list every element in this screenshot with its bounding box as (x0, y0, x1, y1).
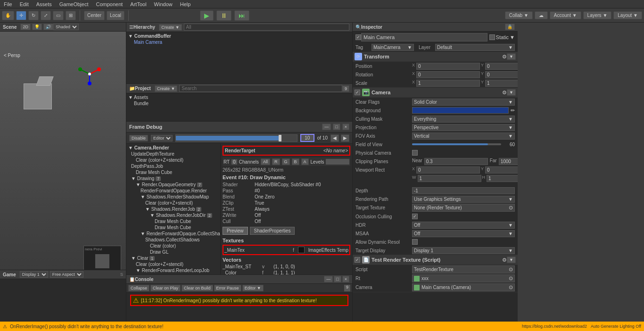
camera-enabled-checkbox[interactable] (355, 90, 360, 95)
fd-tree-renderforward[interactable]: RenderForwardOpaque.Render (126, 188, 220, 194)
culling-mask-dropdown[interactable]: Everything ▼ (412, 116, 515, 123)
camera-header[interactable]: 📷 Camera ⚙ ▼ (353, 88, 518, 98)
tag-dropdown[interactable]: MainCamera ▼ (372, 44, 414, 51)
channel-r[interactable]: R (272, 158, 280, 165)
hierarchy-search[interactable] (184, 24, 349, 31)
channel-g[interactable]: G (282, 158, 290, 165)
physical-camera-checkbox[interactable] (412, 150, 418, 156)
aspect-select[interactable]: Free Aspect (50, 271, 83, 278)
trt-rt-field[interactable]: xxx ⊙ (412, 274, 515, 282)
console-close[interactable]: × (342, 276, 349, 282)
fd-tree-drawmeshcube1[interactable]: Draw Mesh Cube (126, 169, 220, 175)
hand-tool[interactable]: ✋ (2, 11, 14, 20)
fd-next-btn[interactable]: ▶ (341, 134, 349, 142)
console-warning-row[interactable]: ⚠ [11:17:32] OnRenderImage() possibly di… (130, 295, 348, 306)
move-tool[interactable]: ✛ (16, 11, 26, 20)
console-maximize[interactable]: □ (334, 276, 341, 282)
vp-h[interactable] (487, 175, 518, 182)
trt-gear[interactable]: ⚙ (502, 257, 507, 263)
occlusion-checkbox[interactable] (412, 214, 418, 219)
fd-tree-clearstencil[interactable]: Clear (color+Z+stencil) (126, 261, 220, 267)
fd-tree-depthpass[interactable]: DepthPass.Job (126, 163, 220, 169)
fd-tree-clearcolor[interactable]: Clear (color) (126, 243, 220, 249)
fov-slider[interactable] (412, 143, 501, 145)
scale-tool[interactable]: ⤢ (41, 11, 51, 20)
target-texture-field[interactable]: None (Render Texture) ⊙ (412, 204, 515, 212)
collab-button[interactable]: Collab ▼ (505, 11, 533, 19)
static-dropdown[interactable]: ▼ (510, 34, 515, 40)
console-clearbuild-btn[interactable]: Clear on Build (182, 285, 213, 291)
display-select[interactable]: Display 1 (20, 271, 48, 278)
trt-camera-field[interactable]: Main Camera (Camera) ⊙ (412, 283, 515, 291)
menu-file[interactable]: File (0, 1, 16, 7)
local-button[interactable]: Local (107, 11, 124, 20)
levels-slider[interactable] (326, 159, 349, 165)
fd-value-input[interactable] (300, 134, 314, 142)
project-9-btn[interactable]: 9 (342, 85, 349, 92)
vp-x[interactable] (416, 166, 480, 174)
background-edit-icon[interactable]: ✏ (511, 108, 515, 114)
console-collapse-btn[interactable]: Collapse (128, 285, 149, 291)
hdr-dropdown[interactable]: Off ▼ (412, 222, 515, 229)
projection-dropdown[interactable]: Perspective ▼ (412, 124, 515, 131)
fd-tree-opaquegeo[interactable]: ▼ Render.OpaqueGeometry 7 (126, 182, 220, 188)
transform-header[interactable]: ⟳ Transform ⚙ ▼ (353, 52, 518, 62)
menu-assets[interactable]: Assets (33, 1, 56, 7)
project-search[interactable] (179, 85, 342, 92)
msaa-dropdown[interactable]: Off ▼ (412, 230, 515, 237)
fd-tree-shadowjob[interactable]: ▼ Shadows.RenderJob 2 (126, 206, 220, 212)
fd-close[interactable]: × (342, 124, 349, 130)
shader-props-btn[interactable]: ShaderProperties (250, 227, 295, 235)
transform-collapse[interactable]: ▼ (507, 53, 516, 60)
clear-flags-dropdown[interactable]: Solid Color ▼ (412, 99, 515, 106)
trt-header[interactable]: 📄 Test Render Texture (Script) ⚙ ▼ (353, 255, 518, 265)
hierarchy-create-btn[interactable]: Create ▼ (159, 24, 182, 31)
layers-dropdown[interactable]: Layers ▼ (583, 11, 612, 19)
pos-y[interactable] (485, 63, 518, 70)
center-button[interactable]: Center (84, 11, 105, 20)
channel-a[interactable]: A (301, 158, 309, 165)
fov-axis-dropdown[interactable]: Vertical ▼ (412, 132, 515, 140)
trt-script-field[interactable]: TestRenderTexture ⊙ (412, 265, 515, 273)
fd-tree-renderloopjob[interactable]: ▼ RenderForward.RenderLoopJob (126, 267, 220, 273)
rect-tool[interactable]: ▭ (53, 11, 64, 20)
preview-btn[interactable]: Preview (223, 227, 248, 235)
scene-3d-content[interactable]: < Persp nera Previ (0, 32, 126, 270)
fd-tree-clear2[interactable]: Clear (color+Z+stencil) (126, 200, 220, 206)
target-display-dropdown[interactable]: Display 1 ▼ (412, 247, 515, 254)
scene-view[interactable]: Scene 2D 💡 🔊 Shaded (0, 23, 126, 270)
fd-maximize[interactable]: □ (333, 124, 340, 130)
camera-gear[interactable]: ⚙ (502, 90, 507, 96)
static-check[interactable] (489, 34, 495, 40)
menu-arttool[interactable]: ArtTool (126, 1, 150, 7)
fd-minimize[interactable]: — (322, 124, 331, 130)
menu-gameobject[interactable]: GameObject (56, 1, 92, 7)
fd-disable-btn[interactable]: Disable (129, 135, 148, 141)
clip-near[interactable] (424, 158, 488, 165)
project-item-bundle[interactable]: Bundle (126, 100, 352, 107)
project-create-btn[interactable]: Create ▼ (155, 85, 177, 92)
trt-enabled-checkbox[interactable] (355, 257, 360, 263)
camera-collapse[interactable]: ▼ (507, 89, 516, 96)
scale-x[interactable] (416, 80, 480, 87)
trt-collapse[interactable]: ▼ (507, 257, 516, 263)
fd-tree-drawing[interactable]: ▼ Drawing 7 (126, 175, 220, 182)
step-button[interactable]: ⏭ (234, 10, 249, 21)
scene-light-button[interactable]: 💡 (32, 24, 42, 30)
background-color-swatch[interactable] (412, 107, 509, 114)
fd-prev-btn[interactable]: ◀ (330, 134, 339, 142)
project-item-assets[interactable]: ▼ Assets (126, 94, 352, 100)
inspector-lock-btn[interactable]: 🔒 (505, 24, 515, 30)
console-editor-btn[interactable]: Editor ▼ (242, 285, 264, 291)
fd-tree-shadowmap[interactable]: ▼ Shadows.RenderShadowMap (126, 194, 220, 200)
console-content[interactable]: ⚠ [11:17:32] OnRenderImage() possibly di… (126, 293, 352, 323)
vp-y[interactable] (485, 166, 518, 174)
fd-tree-clear1[interactable]: Clear (color+Z+stencil) (126, 157, 220, 163)
shading-mode[interactable]: Shaded (53, 24, 79, 30)
console-clearplay-btn[interactable]: Clear on Play (150, 285, 181, 291)
transform-tool[interactable]: ⊞ (66, 11, 76, 20)
layer-dropdown[interactable]: Default ▼ (435, 44, 515, 51)
trt-rt-pick[interactable]: ⊙ (509, 275, 513, 281)
depth-input[interactable] (412, 187, 515, 194)
allow-dynamic-checkbox[interactable] (412, 239, 418, 245)
